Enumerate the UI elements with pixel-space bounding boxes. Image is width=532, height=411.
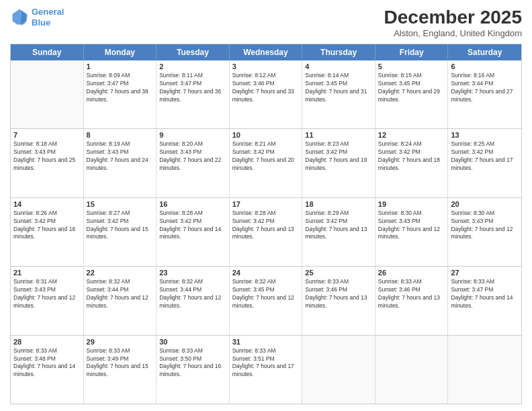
day-info: Sunrise: 8:28 AM Sunset: 3:42 PM Dayligh… (159, 210, 226, 242)
day-number: 14 (13, 200, 81, 208)
day-info: Sunrise: 8:33 AM Sunset: 3:48 PM Dayligh… (13, 347, 81, 379)
day-number: 2 (159, 62, 226, 71)
day-header-wednesday: Wednesday (230, 44, 303, 60)
day-number: 22 (87, 269, 154, 277)
day-cell: 29Sunrise: 8:33 AM Sunset: 3:49 PM Dayli… (84, 336, 157, 404)
day-cell: 3Sunrise: 8:12 AM Sunset: 3:46 PM Daylig… (230, 60, 303, 128)
day-info: Sunrise: 8:29 AM Sunset: 3:42 PM Dayligh… (305, 210, 372, 242)
day-info: Sunrise: 8:11 AM Sunset: 3:47 PM Dayligh… (159, 72, 226, 104)
logo-icon (10, 8, 29, 27)
day-number: 16 (159, 200, 226, 208)
day-info: Sunrise: 8:30 AM Sunset: 3:43 PM Dayligh… (451, 210, 519, 242)
day-info: Sunrise: 8:31 AM Sunset: 3:43 PM Dayligh… (13, 278, 81, 310)
week-row-5: 28Sunrise: 8:33 AM Sunset: 3:48 PM Dayli… (11, 335, 521, 404)
day-header-tuesday: Tuesday (157, 44, 230, 60)
week-row-4: 21Sunrise: 8:31 AM Sunset: 3:43 PM Dayli… (11, 266, 521, 334)
day-cell: 10Sunrise: 8:21 AM Sunset: 3:42 PM Dayli… (230, 129, 303, 197)
svg-marker-1 (21, 10, 28, 26)
day-cell: 5Sunrise: 8:15 AM Sunset: 3:45 PM Daylig… (375, 60, 449, 128)
day-cell: 16Sunrise: 8:28 AM Sunset: 3:42 PM Dayli… (157, 198, 230, 266)
day-cell: 8Sunrise: 8:19 AM Sunset: 3:43 PM Daylig… (84, 129, 157, 197)
day-number: 26 (378, 269, 445, 277)
day-info: Sunrise: 8:33 AM Sunset: 3:46 PM Dayligh… (378, 278, 445, 310)
day-info: Sunrise: 8:09 AM Sunset: 3:47 PM Dayligh… (87, 72, 154, 104)
day-cell: 21Sunrise: 8:31 AM Sunset: 3:43 PM Dayli… (11, 267, 84, 334)
week-row-3: 14Sunrise: 8:26 AM Sunset: 3:42 PM Dayli… (11, 197, 521, 266)
week-row-2: 7Sunrise: 8:18 AM Sunset: 3:43 PM Daylig… (11, 128, 521, 197)
day-number: 11 (305, 131, 372, 139)
logo-blue: Blue (32, 17, 50, 28)
day-number: 17 (232, 200, 300, 208)
day-number: 4 (305, 62, 372, 71)
day-header-monday: Monday (84, 44, 157, 60)
week-row-1: 1Sunrise: 8:09 AM Sunset: 3:47 PM Daylig… (11, 60, 521, 128)
day-number: 30 (159, 338, 226, 346)
day-cell: 9Sunrise: 8:20 AM Sunset: 3:43 PM Daylig… (157, 129, 230, 197)
month-title: December 2025 (384, 7, 522, 28)
day-info: Sunrise: 8:15 AM Sunset: 3:45 PM Dayligh… (378, 72, 445, 104)
day-cell: 20Sunrise: 8:30 AM Sunset: 3:43 PM Dayli… (448, 198, 521, 266)
day-info: Sunrise: 8:32 AM Sunset: 3:44 PM Dayligh… (159, 278, 226, 310)
day-info: Sunrise: 8:27 AM Sunset: 3:42 PM Dayligh… (87, 210, 154, 242)
day-info: Sunrise: 8:18 AM Sunset: 3:43 PM Dayligh… (13, 140, 81, 173)
day-cell: 18Sunrise: 8:29 AM Sunset: 3:42 PM Dayli… (302, 198, 375, 266)
day-cell: 13Sunrise: 8:25 AM Sunset: 3:42 PM Dayli… (448, 129, 521, 197)
calendar-body: 1Sunrise: 8:09 AM Sunset: 3:47 PM Daylig… (11, 60, 521, 404)
day-number: 7 (13, 131, 81, 139)
header: General Blue December 2025 Alston, Engla… (10, 7, 522, 38)
day-info: Sunrise: 8:12 AM Sunset: 3:46 PM Dayligh… (232, 72, 300, 104)
day-info: Sunrise: 8:32 AM Sunset: 3:45 PM Dayligh… (232, 278, 300, 310)
day-cell (448, 336, 521, 404)
day-number: 12 (378, 131, 445, 139)
day-number: 19 (378, 200, 445, 208)
day-number: 28 (13, 338, 81, 346)
day-info: Sunrise: 8:14 AM Sunset: 3:45 PM Dayligh… (305, 72, 372, 104)
day-number: 27 (451, 269, 519, 277)
day-cell (302, 336, 375, 404)
day-header-sunday: Sunday (11, 44, 84, 60)
day-info: Sunrise: 8:24 AM Sunset: 3:42 PM Dayligh… (378, 140, 445, 173)
day-cell: 17Sunrise: 8:28 AM Sunset: 3:42 PM Dayli… (230, 198, 303, 266)
day-info: Sunrise: 8:16 AM Sunset: 3:44 PM Dayligh… (451, 72, 519, 104)
day-info: Sunrise: 8:33 AM Sunset: 3:47 PM Dayligh… (451, 278, 519, 310)
day-info: Sunrise: 8:33 AM Sunset: 3:50 PM Dayligh… (159, 347, 226, 379)
day-cell: 15Sunrise: 8:27 AM Sunset: 3:42 PM Dayli… (84, 198, 157, 266)
day-cell: 27Sunrise: 8:33 AM Sunset: 3:47 PM Dayli… (448, 267, 521, 334)
day-number: 31 (232, 338, 300, 346)
day-cell: 2Sunrise: 8:11 AM Sunset: 3:47 PM Daylig… (157, 60, 230, 128)
calendar: SundayMondayTuesdayWednesdayThursdayFrid… (10, 44, 522, 404)
day-cell (11, 60, 84, 128)
day-number: 18 (305, 200, 372, 208)
day-cell: 26Sunrise: 8:33 AM Sunset: 3:46 PM Dayli… (375, 267, 449, 334)
day-header-friday: Friday (375, 44, 449, 60)
day-number: 15 (87, 200, 154, 208)
day-number: 1 (87, 62, 154, 71)
day-cell: 22Sunrise: 8:32 AM Sunset: 3:44 PM Dayli… (84, 267, 157, 334)
day-number: 21 (13, 269, 81, 277)
day-number: 3 (232, 62, 300, 71)
day-cell: 30Sunrise: 8:33 AM Sunset: 3:50 PM Dayli… (157, 336, 230, 404)
day-info: Sunrise: 8:33 AM Sunset: 3:49 PM Dayligh… (87, 347, 154, 379)
day-number: 9 (159, 131, 226, 139)
day-number: 24 (232, 269, 300, 277)
title-block: December 2025 Alston, England, United Ki… (384, 7, 522, 38)
day-info: Sunrise: 8:33 AM Sunset: 3:51 PM Dayligh… (232, 347, 300, 379)
day-info: Sunrise: 8:19 AM Sunset: 3:43 PM Dayligh… (87, 140, 154, 173)
day-number: 8 (87, 131, 154, 139)
day-number: 25 (305, 269, 372, 277)
day-headers: SundayMondayTuesdayWednesdayThursdayFrid… (11, 44, 521, 60)
day-info: Sunrise: 8:26 AM Sunset: 3:42 PM Dayligh… (13, 210, 81, 242)
day-number: 20 (451, 200, 519, 208)
day-cell: 14Sunrise: 8:26 AM Sunset: 3:42 PM Dayli… (11, 198, 84, 266)
day-info: Sunrise: 8:30 AM Sunset: 3:43 PM Dayligh… (378, 210, 445, 242)
day-number: 5 (378, 62, 445, 71)
location: Alston, England, United Kingdom (384, 28, 522, 38)
day-cell: 12Sunrise: 8:24 AM Sunset: 3:42 PM Dayli… (375, 129, 449, 197)
day-cell: 6Sunrise: 8:16 AM Sunset: 3:44 PM Daylig… (448, 60, 521, 128)
day-cell: 31Sunrise: 8:33 AM Sunset: 3:51 PM Dayli… (230, 336, 303, 404)
day-cell: 1Sunrise: 8:09 AM Sunset: 3:47 PM Daylig… (84, 60, 157, 128)
logo: General Blue (10, 7, 64, 28)
day-cell: 24Sunrise: 8:32 AM Sunset: 3:45 PM Dayli… (230, 267, 303, 334)
logo-general: General (32, 7, 64, 17)
day-info: Sunrise: 8:25 AM Sunset: 3:42 PM Dayligh… (451, 140, 519, 173)
